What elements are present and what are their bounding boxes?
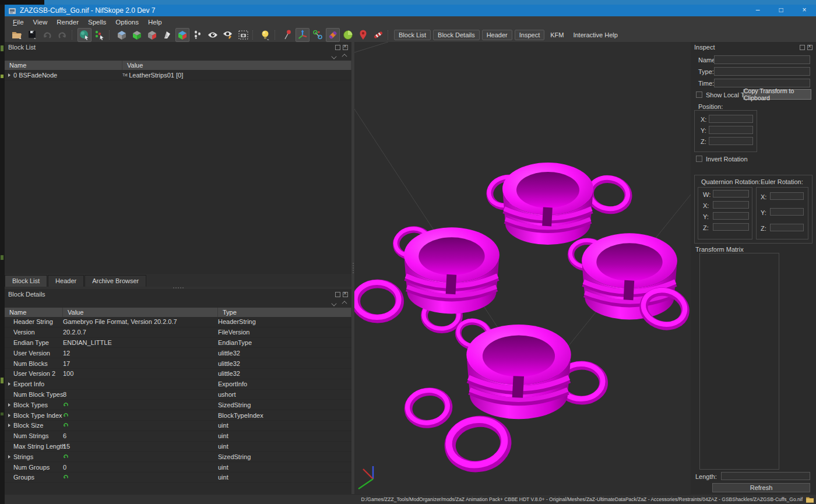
cube-wire-icon[interactable] [115,28,129,42]
pos-y-input[interactable] [709,126,753,134]
menu-options[interactable]: Options [111,19,143,26]
table-row[interactable]: Header String Gamebryo File Format, Vers… [5,317,351,327]
toggle-block-details[interactable]: Block Details [433,30,480,40]
euler-y-input[interactable] [770,208,804,216]
open-file-icon[interactable] [10,28,24,42]
toggle-block-list[interactable]: Block List [394,30,431,40]
toggle-header[interactable]: Header [482,30,512,40]
camera-frame-icon[interactable] [236,28,250,42]
float-panel-icon[interactable] [800,45,805,50]
tab-archive-browser[interactable]: Archive Browser [85,275,146,287]
expand-arrow-icon[interactable] [8,382,10,386]
status-bar: D:/Games/ZZZ_Tools/ModOrganizer/mods/ZaZ… [5,494,816,504]
undo-icon[interactable] [40,28,54,42]
expand-arrow-icon[interactable] [8,414,10,417]
quat-z-input[interactable] [713,223,749,231]
collapse-all-icon[interactable] [331,54,336,59]
close-panel-icon[interactable] [807,45,813,50]
table-row[interactable]: User Version 2 100 ulittle32 [5,369,351,379]
invert-rotation-checkbox[interactable] [696,156,702,162]
cube-textured-icon[interactable] [145,28,159,42]
block-list-row-bsfadenode[interactable]: 0 BSFadeNode Txt LeatherStrips01 [0] [5,70,351,80]
float-panel-icon[interactable] [335,292,340,297]
table-row[interactable]: Num Block Types 8 ushort [5,390,351,400]
column-value[interactable]: Value [63,308,218,317]
maximize-button[interactable]: □ [769,5,793,16]
close-panel-icon[interactable] [343,45,348,50]
expand-arrow-icon[interactable] [8,455,10,459]
axes-icon[interactable] [296,28,309,42]
column-name[interactable]: Name [5,308,63,317]
refresh-button[interactable]: Refresh [712,483,810,492]
float-panel-icon[interactable] [335,45,340,50]
table-row[interactable]: Num Strings 6 uint [5,431,351,442]
table-row[interactable]: Num Blocks 17 ulittle32 [5,358,351,369]
expand-arrow-icon[interactable] [8,424,10,427]
menu-file[interactable]: File [8,19,29,26]
menu-view[interactable]: View [29,19,52,26]
marker-icon[interactable] [356,28,370,42]
walk-icon[interactable] [191,28,205,42]
table-row[interactable]: Strings SizedString [5,452,351,462]
toggle-inspect[interactable]: Inspect [515,30,544,40]
menu-spells[interactable]: Spells [83,19,111,26]
table-row[interactable]: Export Info ExportInfo [5,379,351,390]
redo-icon[interactable] [55,28,69,42]
tab-header[interactable]: Header [48,275,84,287]
length-input[interactable] [721,472,810,480]
quat-y-input[interactable] [713,212,749,220]
expand-arrow-icon[interactable] [8,73,10,77]
eye-icon[interactable] [206,28,220,42]
capsule-icon[interactable] [326,28,340,42]
table-row[interactable]: User Version 12 ulittle32 [5,348,351,358]
table-row[interactable]: Endian Type ENDIAN_LITTLE EndianType [5,338,351,348]
quat-w-input[interactable] [713,190,749,198]
cube-solid-icon[interactable] [130,28,144,42]
table-row[interactable]: Num Groups 0 uint [5,462,351,473]
close-button[interactable]: × [793,5,816,16]
inspect-type-input[interactable] [714,67,810,76]
close-panel-icon[interactable] [343,292,348,297]
rotate-view-icon[interactable] [78,28,92,42]
pin-icon[interactable] [280,28,294,42]
copy-transform-button[interactable]: Copy Transform to Clipboard [743,89,811,100]
expand-all-icon[interactable] [342,54,347,59]
nodes-icon[interactable] [311,28,325,42]
expand-all-icon[interactable] [342,301,347,306]
hide-marker-icon[interactable] [371,28,385,42]
column-name[interactable]: Name [5,61,122,70]
save-icon[interactable] [25,28,39,42]
pos-x-input[interactable] [709,115,753,123]
table-row[interactable]: Block Type Index BlockTypeIndex [5,410,351,421]
inspect-time-input[interactable] [714,79,810,87]
quat-x-input[interactable] [713,201,749,209]
cube-color-icon[interactable] [175,28,189,42]
title-bar[interactable]: ZAZGSB-Cuffs_Go.nif - NifSkope 2.0 Dev 7… [5,5,816,16]
euler-z-input[interactable] [770,224,804,231]
plane-icon[interactable] [160,28,174,42]
menu-help[interactable]: Help [143,19,167,26]
viewport-3d[interactable] [354,42,691,494]
table-row[interactable]: Block Size uint [5,421,351,431]
show-local-transform-checkbox[interactable] [696,91,702,98]
table-row[interactable]: Groups uint [5,473,351,483]
menu-render[interactable]: Render [52,19,83,26]
column-type[interactable]: Type [218,308,351,317]
toggle-interactive-help[interactable]: Interactive Help [569,30,621,40]
expand-arrow-icon[interactable] [8,403,10,407]
eye-edit-icon[interactable] [221,28,235,42]
inspect-name-input[interactable] [714,55,810,64]
euler-x-input[interactable] [770,192,804,200]
table-row[interactable]: Max String Length 15 uint [5,442,351,452]
tab-block-list[interactable]: Block List [5,275,47,287]
table-row[interactable]: Block Types SizedString [5,400,351,410]
collapse-all-icon[interactable] [331,301,336,306]
pie-icon[interactable] [341,28,355,42]
minimize-button[interactable]: – [746,5,769,16]
light-icon[interactable] [258,28,272,42]
select-vertex-icon[interactable] [93,28,107,42]
column-value[interactable]: Value [122,61,351,70]
table-row[interactable]: Version 20.2.0.7 FileVersion [5,327,351,338]
toggle-kfm[interactable]: KFM [547,30,567,40]
pos-z-input[interactable] [709,137,753,145]
